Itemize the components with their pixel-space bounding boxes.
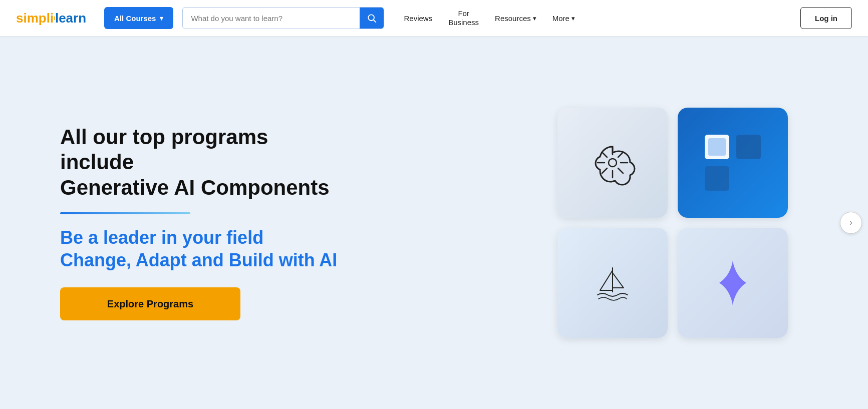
logo-simpli: simpli xyxy=(16,11,54,26)
openai-icon xyxy=(588,138,638,188)
for-business-label: For Business xyxy=(448,9,479,27)
svg-line-1 xyxy=(373,20,376,23)
mysql-tile xyxy=(557,228,668,338)
login-label: Log in xyxy=(815,14,837,23)
search-button[interactable] xyxy=(360,7,384,29)
svg-rect-13 xyxy=(736,135,761,159)
explore-programs-button[interactable]: Explore Programs xyxy=(60,287,240,320)
resources-label: Resources xyxy=(495,14,531,23)
all-courses-label: All Courses xyxy=(114,14,156,23)
navbar: simpliilearn All Courses ▾ Reviews For B… xyxy=(0,0,868,36)
search-bar xyxy=(182,7,384,29)
svg-line-10 xyxy=(602,168,607,173)
linkedin-tile xyxy=(678,108,788,218)
chevron-right-icon: › xyxy=(849,217,852,228)
more-label: More xyxy=(552,14,569,23)
hero-section: All our top programs includeGenerative A… xyxy=(0,36,868,409)
gemini-icon xyxy=(705,255,760,310)
hero-left: All our top programs includeGenerative A… xyxy=(60,125,341,320)
hero-divider xyxy=(60,212,190,214)
reviews-label: Reviews xyxy=(404,14,433,23)
svg-line-8 xyxy=(618,168,623,173)
chevron-down-icon: ▾ xyxy=(160,15,163,22)
search-input[interactable] xyxy=(183,14,359,23)
openai-tile xyxy=(557,108,668,218)
logo-learn: learn xyxy=(55,11,86,26)
svg-point-2 xyxy=(609,159,617,167)
svg-line-7 xyxy=(602,152,607,157)
svg-line-9 xyxy=(618,152,623,157)
reviews-link[interactable]: Reviews xyxy=(397,10,440,27)
resources-chevron-icon: ▾ xyxy=(533,15,536,22)
logo[interactable]: simpliilearn xyxy=(16,11,86,26)
nav-links: Reviews For Business Resources ▾ More ▾ xyxy=(397,5,582,31)
hero-headline: All our top programs includeGenerative A… xyxy=(60,125,341,200)
svg-rect-14 xyxy=(708,138,726,156)
resources-link[interactable]: Resources ▾ xyxy=(488,10,543,27)
mysql-icon xyxy=(588,258,638,308)
hero-right xyxy=(557,98,818,348)
explore-programs-label: Explore Programs xyxy=(107,298,193,309)
svg-rect-12 xyxy=(705,166,729,191)
more-link[interactable]: More ▾ xyxy=(545,10,582,27)
login-button[interactable]: Log in xyxy=(800,7,852,29)
carousel-next-button[interactable]: › xyxy=(840,212,862,234)
for-business-link[interactable]: For Business xyxy=(441,5,486,31)
linkedin-icon xyxy=(698,128,768,198)
search-icon xyxy=(367,13,377,23)
hero-subheadline: Be a leader in your fieldChange, Adapt a… xyxy=(60,226,341,271)
all-courses-button[interactable]: All Courses ▾ xyxy=(104,7,173,29)
more-chevron-icon: ▾ xyxy=(571,15,575,22)
gemini-tile xyxy=(678,228,788,338)
ai-icons-grid xyxy=(557,108,818,338)
